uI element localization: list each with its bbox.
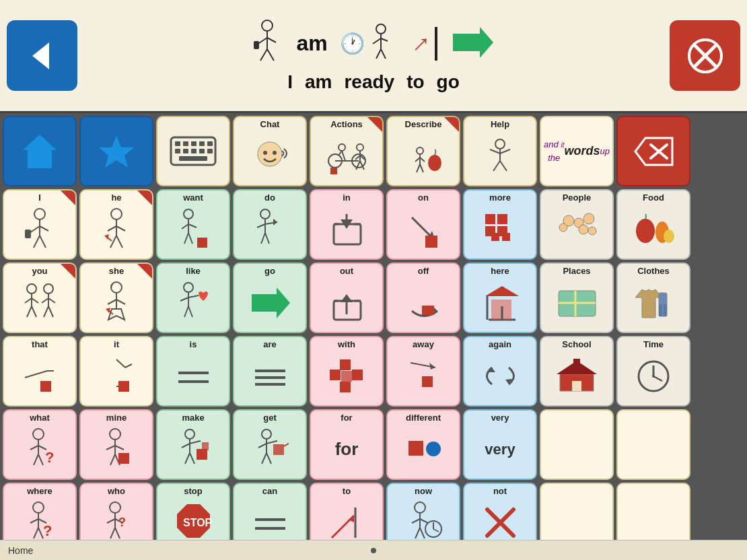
svg-rect-49 xyxy=(330,168,337,174)
svg-line-228 xyxy=(38,528,43,538)
svg-point-230 xyxy=(110,502,120,513)
svg-rect-177 xyxy=(341,371,352,382)
svg-rect-103 xyxy=(485,214,495,224)
cell-on[interactable]: on xyxy=(386,189,460,260)
cell-places[interactable]: Places xyxy=(540,262,614,333)
back-button[interactable] xyxy=(7,20,77,91)
cell-are[interactable]: are xyxy=(233,336,307,407)
nav-actions[interactable]: Actions xyxy=(310,116,384,186)
cell-with[interactable]: with xyxy=(310,336,384,407)
svg-rect-163 xyxy=(40,381,51,392)
cell-you[interactable]: you xyxy=(3,262,77,333)
cell-he[interactable]: he xyxy=(79,189,153,260)
svg-point-56 xyxy=(428,155,441,171)
cell-mine[interactable]: mine xyxy=(79,409,153,480)
svg-rect-69 xyxy=(25,230,31,238)
svg-line-84 xyxy=(188,224,197,228)
svg-point-191 xyxy=(33,429,44,440)
cell-I[interactable]: I xyxy=(3,189,77,260)
svg-line-210 xyxy=(190,453,194,464)
cell-that[interactable]: that xyxy=(3,336,77,407)
svg-rect-22 xyxy=(175,141,180,146)
svg-line-75 xyxy=(108,226,116,231)
svg-point-34 xyxy=(263,151,267,155)
cell-away[interactable]: away xyxy=(386,336,460,407)
cell-she[interactable]: she xyxy=(79,262,153,333)
svg-line-121 xyxy=(32,298,38,303)
sentence-icon-to: → xyxy=(406,27,437,61)
svg-line-78 xyxy=(116,236,122,248)
word-am: am xyxy=(305,71,332,93)
svg-line-7 xyxy=(267,49,274,61)
cell-out[interactable]: out xyxy=(310,262,384,333)
cell-people[interactable]: People xyxy=(540,189,614,260)
svg-point-223 xyxy=(33,502,44,513)
cell-do[interactable]: do xyxy=(233,189,307,260)
cell-time[interactable]: Time xyxy=(616,336,690,407)
svg-line-129 xyxy=(48,306,53,317)
cell-get[interactable]: get xyxy=(233,409,307,480)
cell-very[interactable]: very very xyxy=(463,409,537,480)
svg-line-209 xyxy=(185,453,190,464)
cell-school[interactable]: School xyxy=(540,336,614,407)
cell-like[interactable]: like xyxy=(156,262,230,333)
svg-rect-30 xyxy=(199,149,205,153)
svg-line-54 xyxy=(417,164,420,172)
svg-line-248 xyxy=(415,528,420,538)
svg-marker-153 xyxy=(485,286,519,296)
cell-want[interactable]: want xyxy=(156,189,230,260)
cell-off[interactable]: off xyxy=(386,262,460,333)
svg-rect-186 xyxy=(573,359,580,364)
cell-it[interactable]: it xyxy=(79,336,153,407)
svg-point-38 xyxy=(339,144,345,151)
cell-here[interactable]: here xyxy=(463,262,537,333)
cell-make[interactable]: make xyxy=(156,409,230,480)
cell-clothes[interactable]: Clothes xyxy=(616,262,690,333)
cell-in[interactable]: in xyxy=(310,189,384,260)
close-button[interactable] xyxy=(670,20,740,91)
sentence-icons: am 🕐 → xyxy=(250,19,496,69)
svg-line-161 xyxy=(25,371,47,378)
svg-line-120 xyxy=(25,298,32,303)
cell-different[interactable]: different xyxy=(386,409,460,480)
svg-marker-0 xyxy=(32,42,49,69)
svg-line-225 xyxy=(30,519,38,523)
svg-rect-27 xyxy=(175,149,180,153)
row-2: you she xyxy=(3,262,744,333)
nav-describe[interactable]: Describe xyxy=(386,116,460,186)
svg-point-43 xyxy=(357,144,363,151)
svg-marker-180 xyxy=(429,363,435,370)
nav-chat[interactable]: Chat xyxy=(233,116,307,186)
svg-point-213 xyxy=(262,429,271,439)
nav-help[interactable]: Help xyxy=(463,116,537,186)
nav-keyboard[interactable] xyxy=(156,116,230,186)
svg-rect-32 xyxy=(179,156,207,161)
cell-go[interactable]: go xyxy=(233,262,307,333)
row-3: that it is xyxy=(3,336,744,407)
cell-again[interactable]: again xyxy=(463,336,537,407)
cell-food[interactable]: Food xyxy=(616,189,690,260)
svg-line-247 xyxy=(420,519,428,523)
svg-marker-20 xyxy=(99,136,134,168)
nav-home[interactable] xyxy=(3,116,77,186)
svg-line-128 xyxy=(44,306,48,317)
row-4: what ? mine xyxy=(3,409,744,480)
cell-more[interactable]: more xyxy=(463,189,537,260)
nav-delete[interactable] xyxy=(616,116,690,186)
cell-is[interactable]: is xyxy=(156,336,230,407)
nav-favorites[interactable] xyxy=(79,116,153,186)
cell-for[interactable]: for for xyxy=(310,409,384,480)
svg-point-190 xyxy=(652,375,655,378)
svg-line-47 xyxy=(356,161,360,170)
svg-point-8 xyxy=(376,24,386,34)
svg-line-93 xyxy=(261,233,265,244)
nav-words[interactable]: and it the words up xyxy=(540,116,614,186)
top-bar: am 🕐 → xyxy=(0,0,747,113)
svg-point-244 xyxy=(415,502,425,513)
svg-line-227 xyxy=(34,528,38,538)
svg-line-122 xyxy=(27,306,32,317)
svg-rect-174 xyxy=(340,359,351,370)
svg-line-68 xyxy=(30,226,40,233)
cell-what[interactable]: what ? xyxy=(3,409,77,480)
svg-point-136 xyxy=(184,283,193,292)
